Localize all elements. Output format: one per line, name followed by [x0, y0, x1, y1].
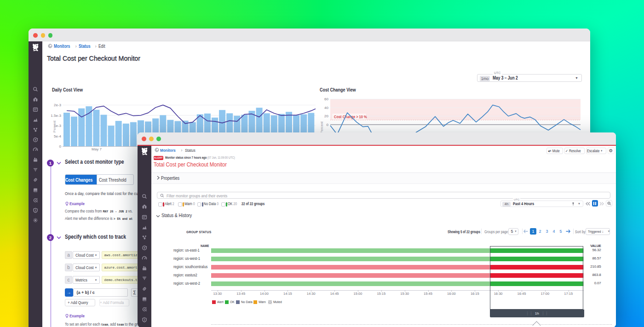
svg-text:May 7: May 7: [92, 147, 102, 151]
svg-text:20: 20: [324, 114, 328, 118]
svg-text:0: 0: [59, 144, 62, 149]
svg-text:1.5e-3: 1.5e-3: [51, 114, 61, 118]
svg-text:Daily Cost View: Daily Cost View: [52, 87, 83, 92]
svg-text:Cost Change View: Cost Change View: [320, 87, 356, 92]
svg-text:40: 40: [324, 106, 328, 110]
svg-text:Percent: Percent: [320, 121, 324, 133]
svg-text:5e-4: 5e-4: [54, 134, 62, 138]
svg-text:60: 60: [324, 97, 328, 101]
svg-text:0: 0: [327, 123, 329, 127]
svg-text:Percent: Percent: [52, 120, 57, 132]
svg-text:2e-3: 2e-3: [54, 103, 62, 107]
